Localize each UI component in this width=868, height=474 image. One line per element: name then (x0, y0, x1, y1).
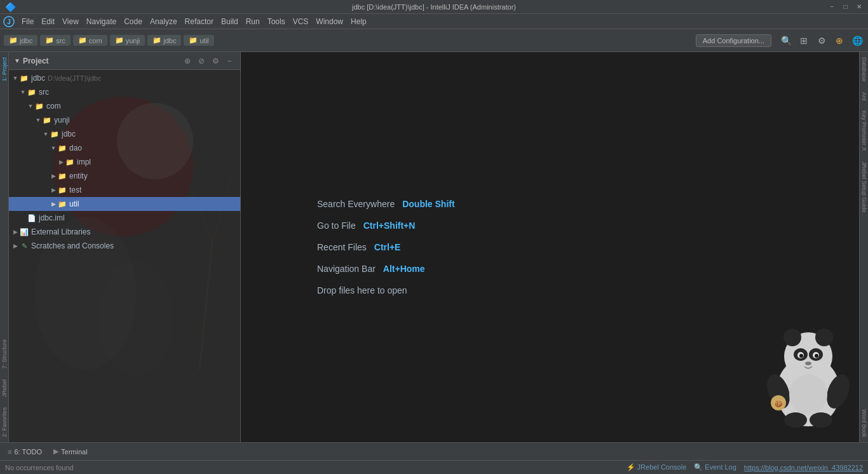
share-icon[interactable]: 🌐 (850, 34, 864, 48)
tree-arrow: ▼ (19, 88, 27, 96)
menu-view[interactable]: View (58, 16, 83, 27)
tree-item-src[interactable]: ▼ 📁 src (9, 85, 240, 99)
left-tabs: 1: Project 7: Structure JRebel 2: Favori… (0, 52, 9, 442)
minimize-button[interactable]: − (828, 3, 836, 11)
menu-build[interactable]: Build (217, 16, 242, 27)
tree-label: dao (69, 144, 82, 152)
project-panel-header: ▼ Project ⊕ ⊘ ⚙ − (9, 52, 240, 70)
tree-item-entity[interactable]: ▶ 📁 entity (9, 169, 240, 183)
panel-settings-icon[interactable]: ⚙ (210, 55, 221, 67)
menu-navigate[interactable]: Navigate (83, 16, 120, 27)
tree-item-jdbc[interactable]: ▼ 📁 jdbc (9, 127, 240, 141)
tree-item-dao[interactable]: ▼ 📁 dao (9, 141, 240, 155)
title-bar-left: 🔷 (5, 2, 16, 12)
iml-file-icon: 📄 (27, 213, 37, 223)
grid-icon[interactable]: ⊞ (797, 34, 811, 48)
tree-arrow: ▶ (50, 200, 57, 208)
tree-label: jdbc (62, 130, 76, 139)
tree-item-test[interactable]: ▶ 📁 test (9, 183, 240, 197)
settings-icon[interactable]: ⚙ (815, 34, 829, 48)
tree-arrow: ▼ (11, 74, 19, 82)
tree-item-com[interactable]: ▼ 📁 com (9, 99, 240, 113)
menu-help[interactable]: Help (347, 16, 370, 27)
search-icon: 🔍 (694, 463, 703, 471)
breadcrumb-util[interactable]: 📁 util (184, 35, 214, 46)
tree-arrow: ▼ (50, 144, 57, 152)
csdn-link[interactable]: https://blog.csdn.net/weixin_43982212 (744, 464, 863, 471)
tree-item-jdbc-root[interactable]: ▼ 📁 jdbc D:\idea(JTT)\jdbc (9, 71, 240, 85)
collapse-icon[interactable]: ⊘ (196, 55, 207, 67)
bottom-tabs: ≡ 6: TODO ▶ Terminal (0, 442, 868, 460)
panel-title-text: Project (23, 57, 49, 65)
welcome-action-nav: Navigation Bar (317, 264, 376, 274)
tree-label: util (69, 200, 79, 208)
todo-label: 6: TODO (14, 448, 42, 456)
tab-word-book[interactable]: Word Book (860, 404, 869, 442)
tree-label: com (46, 102, 61, 111)
tree-label: entity (69, 172, 88, 180)
panel-title-arrow: ▼ (14, 57, 20, 64)
add-configuration-button[interactable]: Add Configuration... (696, 34, 771, 47)
menu-window[interactable]: Window (312, 16, 347, 27)
status-right: ⚡ JRebel Console 🔍 Event Log https://blo… (627, 463, 863, 471)
menu-file[interactable]: File (18, 16, 37, 27)
welcome-row-file: Go to File Ctrl+Shift+N (317, 220, 415, 231)
breadcrumb-src[interactable]: 📁 src (40, 35, 71, 46)
menu-analyze[interactable]: Analyze (146, 16, 181, 27)
main-layout: 1: Project 7: Structure JRebel 2: Favori… (0, 52, 868, 442)
panel-header-icons: ⊕ ⊘ ⚙ − (182, 55, 235, 67)
tree-arrow: ▼ (34, 116, 42, 124)
menu-refactor[interactable]: Refactor (181, 16, 217, 27)
impl-folder-icon: 📁 (65, 157, 75, 167)
menu-edit[interactable]: Edit (37, 16, 58, 27)
title-bar: 🔷 jdbc [D:\idea(JTT)\jdbc] - IntelliJ ID… (0, 0, 868, 14)
tree-arrow: ▶ (11, 242, 19, 250)
menu-run[interactable]: Run (242, 16, 264, 27)
jrebel-icon: ⚡ (627, 463, 635, 471)
tree-item-scratches[interactable]: ▶ ✎ Scratches and Consoles (9, 239, 240, 253)
tree-item-jdbc-iml[interactable]: ▶ 📄 jdbc.iml (9, 211, 240, 225)
panel-title: ▼ Project (14, 57, 49, 65)
tab-todo[interactable]: ≡ 6: TODO (3, 446, 47, 457)
tab-key-promoter[interactable]: Key Promoter X (860, 105, 869, 156)
close-button[interactable]: ✕ (855, 3, 863, 11)
tree-label: impl (77, 158, 91, 166)
menu-code[interactable]: Code (120, 16, 146, 27)
tab-database[interactable]: Database (860, 52, 869, 87)
tree-label: yunji (54, 116, 70, 125)
tab-ant[interactable]: Ant (860, 87, 869, 106)
svg-point-24 (789, 374, 827, 415)
folder-icon: 📁 (115, 36, 124, 44)
breadcrumb-jdbc2[interactable]: 📁 jdbc (147, 35, 181, 46)
tab-project[interactable]: 1: Project (0, 52, 8, 86)
git-icon[interactable]: ⊕ (832, 34, 846, 48)
tab-structure[interactable]: 7: Structure (0, 334, 8, 374)
tree-item-yunji[interactable]: ▼ 📁 yunji (9, 113, 240, 127)
tab-terminal[interactable]: ▶ Terminal (48, 445, 93, 457)
event-log-link[interactable]: 🔍 Event Log (694, 463, 736, 471)
welcome-action-search: Search Everywhere (317, 199, 395, 209)
welcome-shortcut-search: Double Shift (402, 199, 454, 209)
breadcrumb-yunji[interactable]: 📁 yunji (110, 35, 146, 46)
search-everywhere-icon[interactable]: 🔍 (779, 34, 793, 48)
panel-minimize-icon[interactable]: − (224, 55, 235, 67)
tree-item-impl[interactable]: ▶ 📁 impl (9, 155, 240, 169)
jrebel-console-link[interactable]: ⚡ JRebel Console (627, 463, 687, 471)
status-left: No occurrences found (5, 464, 74, 471)
maximize-button[interactable]: □ (841, 3, 850, 11)
breadcrumb-com[interactable]: 📁 com (73, 35, 107, 46)
tab-favorites[interactable]: 2: Favorites (0, 402, 8, 442)
menu-bar: J File Edit View Navigate Code Analyze R… (0, 14, 868, 29)
dao-folder-icon: 📁 (57, 143, 67, 153)
tree-item-util[interactable]: ▶ 📁 util (9, 197, 240, 211)
tree-arrow: ▼ (42, 130, 50, 138)
tab-jrebel-setup[interactable]: JRebel Setup Guide (860, 156, 869, 218)
folder-icon: 📁 (189, 36, 198, 44)
menu-vcs[interactable]: VCS (289, 16, 313, 27)
tree-item-external-libs[interactable]: ▶ 📊 External Libraries (9, 225, 240, 239)
locate-icon[interactable]: ⊕ (182, 55, 193, 67)
menu-tools[interactable]: Tools (264, 16, 289, 27)
breadcrumb-jdbc[interactable]: 📁 jdbc (4, 35, 37, 46)
welcome-shortcut-nav: Alt+Home (383, 264, 425, 274)
tab-jrebel[interactable]: JRebel (0, 374, 8, 402)
